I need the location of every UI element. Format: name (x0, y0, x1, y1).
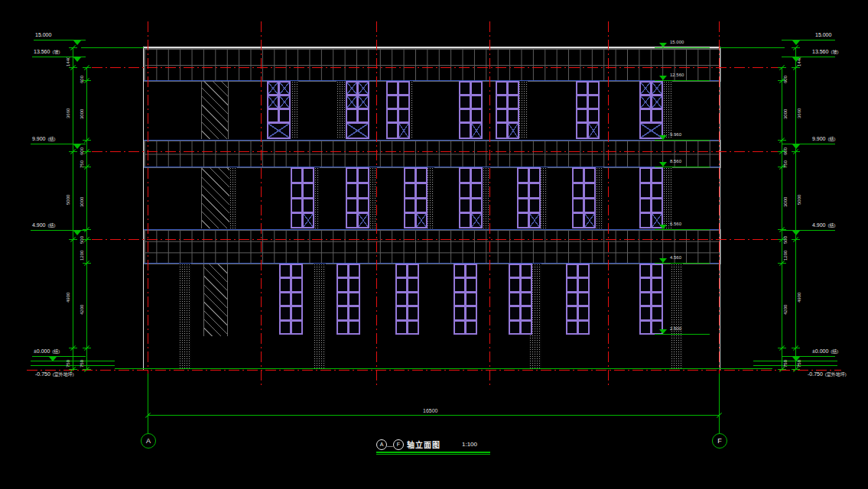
dim-label: 3000 (80, 101, 84, 119)
textured-column (540, 167, 548, 228)
window-pane (359, 110, 368, 121)
elevation-value: -0.750 (808, 371, 823, 377)
annotation-line (81, 47, 144, 48)
window-pane (460, 169, 470, 182)
window-pane (397, 293, 406, 305)
window-pane (530, 169, 539, 182)
window-row (455, 293, 476, 305)
window-pane (510, 279, 519, 290)
window-pane (338, 322, 347, 333)
title-underline-thick (376, 452, 490, 453)
window-pane (460, 184, 470, 197)
window-pane (281, 307, 290, 319)
window-pane (292, 169, 301, 182)
window-pane (417, 199, 426, 212)
window-row (347, 83, 368, 94)
window-pane (399, 110, 408, 121)
window-pane (388, 83, 397, 94)
elevation-value: 15.000 (815, 32, 831, 37)
window-row (641, 322, 662, 333)
cad-elevation-viewport: A—F轴立面图1:100 144036605000490075060030006… (0, 0, 868, 489)
elevation-value: 4.900 (812, 222, 826, 228)
window (291, 167, 314, 228)
window-pane (467, 279, 476, 290)
window-casement-pane (509, 124, 518, 138)
window-pane (280, 110, 289, 121)
window-row (347, 110, 368, 121)
window-casement-pane (359, 96, 368, 108)
window-pane (349, 322, 359, 333)
elevation-marker-value: -0.750 (室外地坪) (808, 371, 847, 377)
window-row (338, 265, 359, 277)
window-row (519, 184, 539, 197)
interior-level-triangle (659, 225, 667, 229)
dim-chain-line (73, 47, 73, 369)
window (509, 264, 532, 335)
elevation-suffix: (坡) (828, 50, 838, 54)
window-pane (397, 279, 406, 290)
window-pane (510, 322, 519, 333)
interior-level-line (655, 47, 710, 48)
window-row (460, 124, 481, 138)
window-band-line (144, 263, 720, 264)
window-row (510, 322, 531, 333)
window-row (292, 169, 313, 182)
interior-level-triangle (659, 135, 667, 140)
window-row (641, 279, 662, 290)
window-pane (292, 322, 301, 333)
window-pane (567, 265, 577, 277)
dim-label: 3660 (797, 100, 801, 118)
textured-column (179, 264, 191, 368)
grid-axis-line-vertical (719, 21, 720, 388)
window-pane (574, 199, 583, 212)
window-casement-pane (280, 96, 289, 108)
drawing-title: A—F轴立面图1:100 (376, 437, 552, 451)
textured-column (229, 167, 237, 228)
axis-bubble: A (141, 433, 156, 449)
window-pane (405, 169, 414, 182)
window-pane (472, 199, 481, 212)
window-pane (585, 184, 594, 197)
window-pane (522, 322, 531, 333)
facade-tile-band (144, 48, 721, 82)
window-casement-pane (472, 214, 481, 227)
title-axis-bubble-end: F (393, 439, 404, 450)
window-pane (652, 169, 662, 182)
interior-level-triangle (659, 329, 667, 334)
window-pane (408, 265, 418, 277)
title-axis-bubble-start: A (376, 439, 387, 450)
interior-level-line (655, 167, 710, 167)
elevation-suffix: (结) (826, 137, 836, 141)
window-pane (359, 199, 368, 212)
window-casement-pane (417, 214, 426, 227)
window-casement-pane (530, 214, 539, 227)
window-pane (641, 199, 650, 212)
window-pane (347, 110, 356, 121)
window-pane (585, 199, 594, 212)
window-row (281, 279, 301, 290)
window-row (460, 199, 481, 212)
window-row (641, 214, 662, 227)
interior-level-value: 2.500 (670, 326, 681, 331)
elevation-marker-line (32, 356, 86, 357)
window-pane (455, 265, 464, 277)
window-pane (460, 214, 470, 227)
dim-chain-line (86, 67, 87, 369)
window-row (497, 96, 518, 108)
window-pane (460, 199, 470, 212)
window-pane (641, 322, 650, 333)
annotation-line (148, 415, 719, 416)
window-pane (530, 184, 539, 197)
window-pane (455, 279, 464, 290)
window-pane (292, 279, 301, 290)
window-casement-pane (347, 124, 368, 138)
dim-label: 750 (66, 349, 70, 368)
window-row (397, 279, 418, 290)
elevation-suffix: (室外地坪) (823, 372, 847, 377)
window-pane (304, 169, 313, 182)
facade-tile-band (144, 140, 721, 168)
textured-column (671, 264, 683, 368)
grid-axis-line-vertical (489, 21, 490, 388)
window-pane (577, 83, 587, 94)
elevation-marker-triangle (73, 57, 81, 62)
